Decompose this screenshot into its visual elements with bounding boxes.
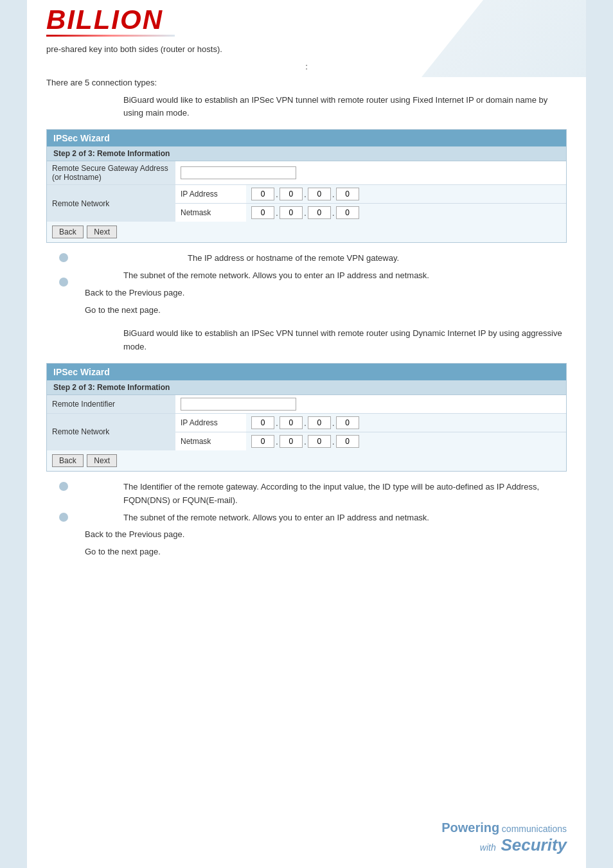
tagline-section: pre-shared key into both sides (router o…	[46, 43, 567, 57]
logo-area: BILLION	[46, 6, 567, 37]
desc2-identifier: The Identifier of the remote gateway. Ac…	[46, 481, 567, 508]
wizard2-title: IPSec Wizard	[47, 364, 566, 380]
wizard1-title: IPSec Wizard	[47, 130, 566, 146]
netmask-inputs: . . .	[246, 204, 566, 222]
wizard1-button-row: Back Next	[47, 222, 566, 242]
colon-separator: :	[46, 62, 567, 71]
wizard2-netmask-sublabel: Netmask	[175, 432, 246, 450]
wizard2-ip-3[interactable]	[336, 416, 359, 429]
wizard1-next-button[interactable]: Next	[87, 226, 117, 238]
wizard1-nm-2[interactable]	[308, 206, 331, 219]
remote-network-label: Remote Network	[47, 185, 175, 222]
circle-deco-3	[59, 482, 68, 491]
identifier-label: Remote Indentifier	[47, 395, 175, 414]
section2-desc: BiGuard would like to establish an IPSec…	[46, 327, 567, 354]
wizard2-table: Remote Indentifier Remote Network IP Add…	[47, 395, 566, 450]
ipsec-wizard-2: IPSec Wizard Step 2 of 3: Remote Informa…	[46, 363, 567, 472]
wizard2-ip-2[interactable]	[308, 416, 331, 429]
gateway-label: Remote Secure Gateway Address (or Hostna…	[47, 161, 175, 185]
wizard1-ip-0[interactable]	[251, 188, 274, 200]
footer-powering: Powering communications	[441, 820, 567, 835]
logo-text: BILLION	[46, 6, 567, 33]
wizard1-table: Remote Secure Gateway Address (or Hostna…	[47, 161, 566, 222]
wizard2-ip-row: Remote Network IP Address . . .	[47, 413, 566, 432]
ip-address-inputs: . . .	[246, 185, 566, 204]
wizard2-back-button[interactable]: Back	[52, 454, 84, 467]
wizard1-descriptions: The IP address or hostname of the remote…	[46, 252, 567, 317]
wizard1-ip-3[interactable]	[336, 188, 359, 200]
netmask-sublabel: Netmask	[175, 204, 246, 222]
circle-deco-2	[59, 278, 68, 287]
wizard2-ip-inputs: . . .	[246, 413, 566, 432]
desc2-back: Back to the Previous page.	[46, 528, 567, 542]
wizard2-next-button[interactable]: Next	[87, 454, 117, 467]
ipsec-wizard-1: IPSec Wizard Step 2 of 3: Remote Informa…	[46, 129, 567, 243]
wizard2-ip-sublabel: IP Address	[175, 413, 246, 432]
wizard2-netmask-inputs: . . .	[246, 432, 566, 450]
wizard2-nm-2[interactable]	[308, 435, 331, 448]
desc1-gateway: The IP address or hostname of the remote…	[46, 252, 567, 265]
identifier-input-cell	[175, 395, 566, 414]
wizard1-nm-1[interactable]	[280, 206, 303, 219]
logo-underline	[46, 35, 175, 37]
wizard2-nm-3[interactable]	[336, 435, 359, 448]
gateway-input-cell	[175, 161, 566, 185]
wizard1-back-button[interactable]: Back	[52, 226, 84, 238]
desc1-subnet: The subnet of the remote network. Allows…	[46, 269, 567, 283]
identifier-row: Remote Indentifier	[47, 395, 566, 414]
desc2-subnet: The subnet of the remote network. Allows…	[46, 511, 567, 525]
tagline-text: pre-shared key into both sides (router o…	[46, 43, 567, 57]
wizard1-nm-3[interactable]	[336, 206, 359, 219]
wizard2-descriptions: The Identifier of the remote gateway. Ac…	[46, 481, 567, 559]
section1-desc: BiGuard would like to establish an IPSec…	[46, 94, 567, 121]
footer-brand: Powering communications with Security	[441, 820, 567, 855]
wizard2-nm-0[interactable]	[251, 435, 274, 448]
desc1-next: Go to the next page.	[46, 304, 567, 317]
ip-address-sublabel: IP Address	[175, 185, 246, 204]
gateway-input[interactable]	[181, 166, 296, 179]
connection-types-text: There are 5 connection types:	[46, 76, 567, 90]
section2-intro: BiGuard would like to establish an IPSec…	[46, 327, 567, 354]
connection-types-section: There are 5 connection types: BiGuard wo…	[46, 76, 567, 120]
wizard2-ip-1[interactable]	[280, 416, 303, 429]
identifier-input[interactable]	[181, 398, 296, 411]
wizard2-ip-0[interactable]	[251, 416, 274, 429]
circle-deco-4	[59, 513, 68, 522]
wizard1-ip-1[interactable]	[280, 188, 303, 200]
wizard2-remote-network-label: Remote Network	[47, 413, 175, 450]
wizard2-nm-1[interactable]	[280, 435, 303, 448]
wizard1-step-header: Step 2 of 3: Remote Information	[47, 146, 566, 161]
wizard2-step-header: Step 2 of 3: Remote Information	[47, 380, 566, 395]
footer-security: with Security	[441, 835, 567, 855]
wizard1-nm-0[interactable]	[251, 206, 274, 219]
wizard2-button-row: Back Next	[47, 450, 566, 471]
wizard1-ip-2[interactable]	[308, 188, 331, 200]
ip-address-row: Remote Network IP Address . . .	[47, 185, 566, 204]
desc1-back: Back to the Previous page.	[46, 287, 567, 300]
desc2-next: Go to the next page.	[46, 545, 567, 559]
gateway-row: Remote Secure Gateway Address (or Hostna…	[47, 161, 566, 185]
